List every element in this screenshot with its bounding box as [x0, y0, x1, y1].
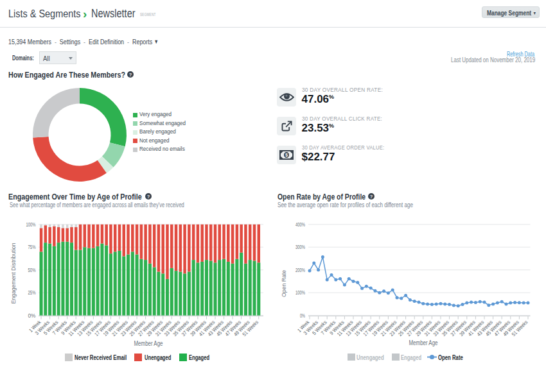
- svg-text:Open Rate: Open Rate: [280, 270, 287, 297]
- svg-text:400%: 400%: [295, 221, 305, 228]
- svg-text:300%: 300%: [295, 244, 305, 250]
- svg-text:100%: 100%: [295, 289, 305, 296]
- svg-text:Member Age: Member Age: [409, 339, 438, 346]
- svg-text:0%: 0%: [300, 312, 305, 319]
- svg-text:200%: 200%: [295, 267, 305, 273]
